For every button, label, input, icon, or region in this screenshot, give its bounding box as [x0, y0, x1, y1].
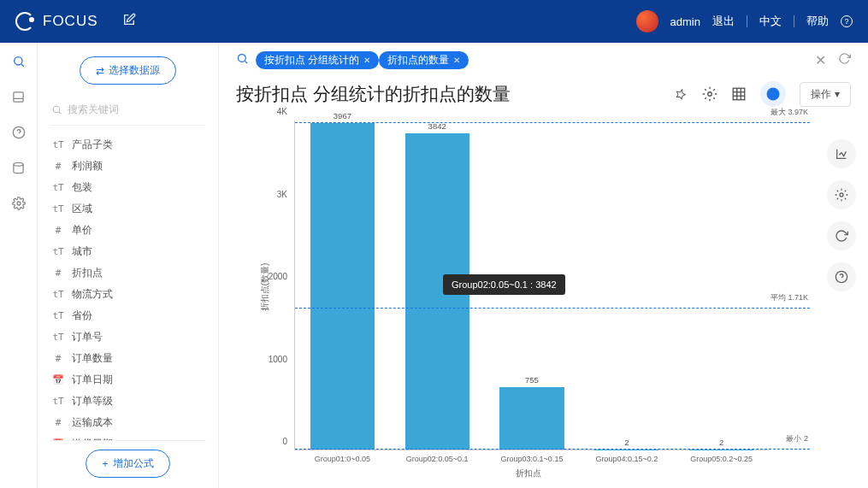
gear-icon[interactable] [702, 86, 717, 102]
field-label: 包装 [72, 180, 92, 195]
clear-query-icon[interactable]: ✕ [815, 52, 826, 68]
nav-data-icon[interactable] [12, 162, 25, 174]
field-item[interactable]: tT城市 [50, 241, 206, 262]
svg-line-9 [59, 112, 61, 114]
pill-label: 折扣点的数量 [387, 54, 449, 67]
field-item[interactable]: #订单数量 [50, 348, 206, 369]
pill-remove-icon[interactable]: ✕ [363, 56, 370, 65]
svg-rect-2 [14, 92, 23, 102]
add-formula-button[interactable]: +增加公式 [86, 450, 169, 478]
field-label: 物流方式 [72, 287, 113, 302]
pin-icon[interactable] [673, 86, 688, 102]
query-pill[interactable]: 按折扣点 分组统计的✕ [256, 51, 379, 69]
svg-point-6 [14, 162, 23, 166]
field-search[interactable] [50, 100, 206, 125]
query-pill[interactable]: 折扣点的数量✕ [379, 51, 469, 69]
bar-value: 2 [624, 438, 629, 447]
field-type-icon: tT [51, 310, 65, 321]
bars-container: 3967Group01:0~0.053842Group02:0.05~0.175… [295, 121, 769, 450]
field-item[interactable]: tT省份 [50, 305, 206, 326]
avatar[interactable] [636, 10, 658, 32]
field-type-icon: tT [51, 182, 65, 193]
bar-category: Group03:0.1~0.15 [501, 455, 564, 463]
chart-settings-icon[interactable] [827, 180, 856, 209]
pill-label: 按折扣点 分组统计的 [264, 54, 359, 67]
bar-category: Group01:0~0.05 [315, 455, 370, 463]
select-datasource-button[interactable]: ⇄选择数据源 [80, 56, 176, 85]
field-item[interactable]: #折扣点 [50, 262, 206, 284]
bar[interactable]: 3967 [310, 123, 375, 450]
refresh-query-icon[interactable] [838, 52, 851, 68]
field-item[interactable]: #单价 [50, 220, 206, 241]
y-tick-label: 1000 [269, 354, 287, 363]
field-label: 单价 [72, 223, 92, 238]
chevron-down-icon: ▾ [835, 88, 840, 100]
svg-point-7 [17, 202, 21, 205]
field-label: 折扣点 [72, 266, 103, 280]
field-label: 产品子类 [72, 138, 113, 152]
query-search-icon[interactable] [236, 52, 249, 68]
bar[interactable]: 3842 [405, 133, 469, 450]
chart-help-icon[interactable] [827, 262, 856, 291]
chart-type-icon[interactable] [760, 81, 786, 107]
chart-area: 折扣点(数量) 0100020003K4K 3967Group01:0~0.05… [219, 117, 868, 488]
field-type-icon: tT [51, 246, 65, 257]
field-item[interactable]: tT订单号 [50, 326, 206, 348]
svg-point-8 [53, 106, 60, 113]
nav-search-icon[interactable] [12, 55, 26, 68]
brand-text: FOCUS [43, 13, 98, 30]
field-item[interactable]: 📅送货日期 [50, 433, 206, 440]
nav-dashboard-icon[interactable] [12, 91, 25, 103]
field-type-icon: # [51, 417, 65, 428]
field-type-icon: # [51, 161, 65, 172]
chart-refresh-icon[interactable] [827, 221, 856, 250]
field-item[interactable]: tT订单等级 [50, 391, 206, 412]
chart-side-tools [827, 139, 856, 291]
field-type-icon: # [51, 225, 65, 236]
reference-line [295, 308, 810, 309]
field-item[interactable]: tT产品子类 [50, 134, 206, 156]
bar-category: Group04:0.15~0.2 [595, 455, 658, 463]
nav-help-icon[interactable] [12, 126, 26, 139]
nav-settings-icon[interactable] [12, 197, 26, 210]
field-item[interactable]: #运输成本 [50, 412, 206, 433]
field-item[interactable]: #利润额 [50, 156, 206, 177]
plot-area: 3967Group01:0~0.053842Group02:0.05~0.175… [294, 121, 769, 450]
bar-value: 3967 [334, 111, 351, 121]
field-label: 订单号 [72, 330, 103, 344]
axis-tool-icon[interactable] [827, 139, 856, 168]
field-label: 订单日期 [72, 373, 113, 387]
top-bar: FOCUS admin 退出 中文 帮助 ? [0, 0, 868, 43]
field-item[interactable]: 📅订单日期 [50, 369, 206, 391]
edit-icon[interactable] [122, 13, 136, 30]
help-icon[interactable]: ? [841, 15, 853, 27]
field-list: tT产品子类#利润额tT包装tT区域#单价tT城市#折扣点tT物流方式tT省份t… [50, 134, 206, 440]
pill-remove-icon[interactable]: ✕ [453, 56, 460, 65]
operate-button[interactable]: 操作▾ [800, 82, 851, 107]
svg-point-12 [708, 92, 712, 97]
query-right: ✕ [815, 52, 851, 68]
bar-column: 755Group03:0.1~0.15 [485, 121, 580, 450]
x-axis-title: 折扣点 [516, 467, 541, 479]
logout-link[interactable]: 退出 [712, 14, 735, 29]
svg-point-0 [14, 57, 21, 65]
bar[interactable]: 755 [499, 387, 564, 450]
field-type-icon: tT [51, 396, 65, 407]
table-icon[interactable] [731, 86, 747, 102]
bar-column: 2Group04:0.15~0.2 [579, 121, 674, 450]
lang-link[interactable]: 中文 [759, 14, 782, 29]
field-item[interactable]: tT包装 [50, 177, 206, 198]
select-datasource-label: 选择数据源 [109, 63, 160, 78]
field-item[interactable]: tT物流方式 [50, 284, 206, 305]
query-pills: 按折扣点 分组统计的✕折扣点的数量✕ [256, 51, 469, 69]
swap-icon: ⇄ [96, 65, 104, 77]
operate-label: 操作 [811, 87, 831, 102]
query-bar: 按折扣点 分组统计的✕折扣点的数量✕ ✕ [219, 43, 868, 76]
field-item[interactable]: tT区域 [50, 198, 206, 220]
bar-category: Group02:0.05~0.1 [406, 455, 469, 463]
help-link[interactable]: 帮助 [806, 14, 829, 29]
field-label: 订单数量 [72, 351, 113, 366]
y-tick-label: 3K [277, 189, 287, 198]
field-type-icon: # [51, 268, 65, 279]
field-search-input[interactable] [68, 103, 204, 115]
